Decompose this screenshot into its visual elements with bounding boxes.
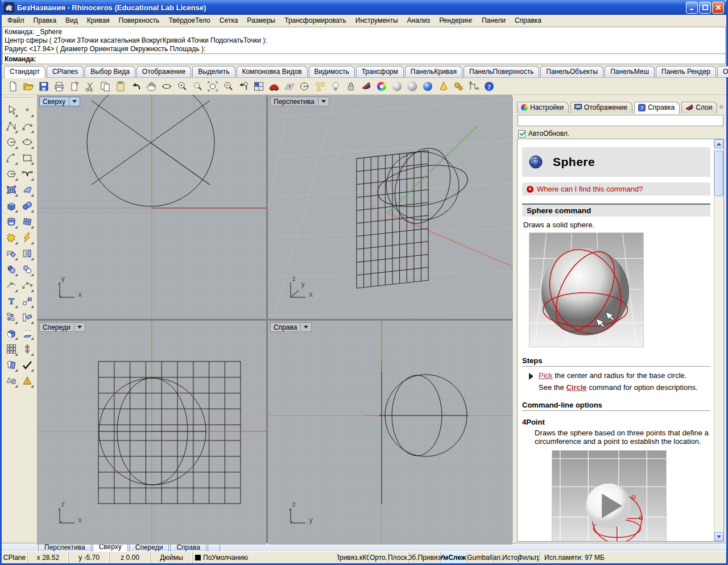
select-icon[interactable] (3, 102, 19, 118)
align-icon[interactable] (19, 341, 35, 357)
help-icon[interactable]: ? (481, 79, 497, 94)
surface-loft-icon[interactable] (19, 182, 35, 198)
toolbar-tab-cplanes[interactable]: CPlanes (47, 66, 84, 77)
undo-view-change-icon[interactable] (235, 79, 251, 94)
status-units[interactable]: Дюймы (151, 552, 193, 563)
pyramid-icon[interactable] (19, 373, 35, 389)
find-command-link[interactable]: Where can I find this command? (522, 182, 710, 196)
viewport-tab-right[interactable]: Справа (170, 543, 206, 551)
cut-icon[interactable] (82, 79, 97, 94)
status-record-history[interactable]: Зап.Истор. (493, 552, 519, 563)
toolbar-tab-solid-tools[interactable]: ПанельОбъекты (540, 66, 603, 77)
scroll-up-button[interactable] (714, 139, 723, 148)
panel-tab-display[interactable]: Отображение (570, 102, 632, 113)
viewport-menu-arrow-icon[interactable] (304, 326, 308, 329)
viewport-menu-arrow-icon[interactable] (77, 326, 82, 329)
menu-file[interactable]: Файл (3, 15, 29, 26)
menu-transform[interactable]: Трансформировать (280, 15, 351, 26)
viewport-right-label[interactable]: Справа (270, 322, 312, 332)
toolbar-tab-drafting[interactable]: Оформления (717, 66, 728, 77)
car-icon[interactable] (266, 79, 282, 94)
sphere-icon[interactable] (19, 198, 35, 214)
command-prompt[interactable]: Команда: (2, 54, 726, 64)
menu-dimension[interactable]: Размеры (242, 15, 280, 26)
dimension-icon[interactable] (466, 79, 481, 94)
ellipse-icon[interactable] (19, 134, 35, 150)
menu-view[interactable]: Вид (61, 15, 82, 26)
paste-icon[interactable] (113, 79, 128, 94)
panel-tab-layers[interactable]: Слои (681, 102, 717, 113)
trim-icon[interactable] (19, 309, 35, 325)
lights-icon[interactable] (328, 79, 343, 94)
zoom-dynamic-icon[interactable] (174, 79, 189, 94)
toolbar-tab-mesh-tools[interactable]: ПанельМеш (605, 66, 655, 77)
circle-center-icon[interactable] (297, 79, 312, 94)
boolean-difference-icon[interactable] (19, 261, 35, 277)
viewport-tab-front[interactable]: Спереди (129, 543, 169, 551)
move-icon[interactable] (19, 293, 35, 309)
copy-to-clipboard-icon[interactable] (67, 79, 82, 94)
check-icon[interactable] (19, 357, 35, 373)
primitives-icon[interactable] (3, 373, 19, 389)
box-icon[interactable] (3, 198, 19, 214)
pan-icon[interactable] (143, 79, 159, 94)
status-planar[interactable]: Плоск. (388, 552, 409, 563)
minimize-button[interactable] (686, 2, 698, 14)
viewport-front-label[interactable]: Спереди (39, 322, 85, 332)
polygon-icon[interactable] (3, 166, 19, 182)
explode-icon[interactable] (19, 230, 35, 246)
surface-from-points-icon[interactable] (3, 182, 19, 198)
revolve-icon[interactable] (3, 214, 19, 230)
toolbar-tab-surface-tools[interactable]: ПанельПоверхность (464, 66, 539, 77)
lock-icon[interactable] (343, 79, 358, 94)
new-file-icon[interactable] (5, 79, 20, 94)
menu-help[interactable]: Справка (510, 15, 546, 26)
viewport-right-canvas[interactable] (268, 321, 512, 545)
scroll-down-button[interactable] (714, 532, 723, 541)
four-viewports-icon[interactable] (251, 79, 266, 94)
polyline-icon[interactable] (3, 118, 19, 134)
copy-icon-left[interactable] (3, 357, 19, 373)
print-icon[interactable] (51, 79, 67, 94)
viewport-perspective[interactable]: Перспектива z y x (268, 95, 512, 319)
ghosted-viewport-icon[interactable] (404, 79, 420, 94)
chamfer-edge-icon[interactable] (19, 246, 35, 261)
scroll-thumb[interactable] (714, 151, 723, 196)
panel-tab-settings[interactable]: Настройки (517, 102, 569, 113)
toolbar-tab-display[interactable]: Отображение (136, 66, 191, 77)
rotate-view-icon[interactable] (159, 79, 174, 94)
shaded-viewport-icon[interactable] (389, 79, 404, 94)
render-icon[interactable] (358, 79, 374, 94)
curve-blend-icon[interactable] (19, 166, 35, 182)
viewport-top[interactable]: Сверху y x (37, 95, 266, 319)
help-search-input[interactable] (518, 115, 723, 126)
selection-filter-icon[interactable] (312, 79, 328, 94)
viewport-perspective-canvas[interactable] (268, 95, 512, 319)
viewport-perspective-label[interactable]: Перспектива (270, 97, 329, 106)
status-smarttrack[interactable]: УмСлеж. (441, 552, 467, 563)
color-wheel-icon[interactable] (374, 79, 389, 94)
add-viewport-button[interactable] (208, 543, 220, 551)
rendered-viewport-icon[interactable] (420, 79, 435, 94)
menu-render[interactable]: Рендеринг (435, 15, 477, 26)
copy-icon[interactable] (97, 79, 113, 94)
circle-link[interactable]: Circle (566, 383, 586, 392)
zoom-window-icon[interactable] (189, 79, 205, 94)
command-history[interactable]: Команда: _Sphere Центр сферы ( 2Точки 3Т… (2, 27, 726, 54)
close-button[interactable] (712, 2, 724, 14)
save-icon[interactable] (36, 79, 51, 94)
rectangle-icon[interactable] (19, 150, 35, 166)
maximize-button[interactable] (699, 2, 711, 14)
text-icon[interactable]: T (3, 293, 19, 309)
menu-solid[interactable]: ТвёрдоеТело (164, 15, 214, 26)
join-icon[interactable] (3, 230, 19, 246)
menu-curve[interactable]: Кривая (82, 15, 114, 26)
panel-tab-help[interactable]: ?Справка (634, 102, 680, 114)
toolbar-tab-transform[interactable]: Трансформ (356, 66, 404, 77)
viewport-right[interactable]: Справа z y (268, 321, 512, 545)
status-gumball[interactable]: Gumball (467, 552, 493, 563)
video-thumbnail[interactable] (552, 450, 667, 541)
viewport-top-label[interactable]: Сверху (39, 97, 80, 106)
options-icon[interactable] (450, 79, 466, 94)
viewport-menu-arrow-icon[interactable] (321, 100, 326, 103)
